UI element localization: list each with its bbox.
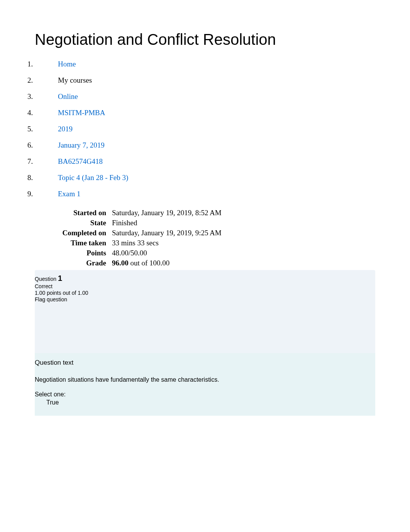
breadcrumb-item: Topic 4 (Jan 28 - Feb 3) [35, 173, 387, 182]
breadcrumb-text-mycourses: My courses [58, 76, 92, 84]
question-prompt: Negotiation situations have fundamentall… [35, 376, 375, 383]
breadcrumb-link-program[interactable]: MSITM-PMBA [58, 109, 105, 117]
breadcrumb-item: 2019 [35, 125, 387, 133]
breadcrumb-link-year[interactable]: 2019 [58, 125, 73, 133]
page-title: Negotiation and Conflict Resolution [35, 31, 387, 48]
breadcrumb-item: Online [35, 92, 387, 101]
summary-row: Points 48.00/50.00 [35, 248, 222, 258]
breadcrumb-link-exam[interactable]: Exam 1 [58, 190, 81, 198]
question-content-panel: Question text Negotiation situations hav… [35, 353, 375, 416]
started-on-label: Started on [35, 208, 112, 218]
question-number: Question 1 [35, 274, 375, 283]
breadcrumb-item: BA62574G418 [35, 157, 387, 166]
summary-row: Grade 96.00 out of 100.00 [35, 258, 222, 268]
question-info-panel: Question 1 Correct 1.00 points out of 1.… [35, 270, 375, 353]
select-one-label: Select one: [35, 391, 375, 398]
grade-value: 96.00 out of 100.00 [112, 258, 222, 268]
grade-label: Grade [35, 258, 112, 268]
breadcrumb-link-home[interactable]: Home [58, 60, 76, 68]
points-label: Points [35, 248, 112, 258]
summary-row: State Finished [35, 218, 222, 228]
attempt-summary: Started on Saturday, January 19, 2019, 8… [35, 208, 222, 268]
grade-outof: out of 100.00 [129, 259, 170, 267]
started-on-value: Saturday, January 19, 2019, 8:52 AM [112, 208, 222, 218]
grade-score: 96.00 [112, 259, 129, 267]
completed-on-label: Completed on [35, 228, 112, 238]
time-taken-label: Time taken [35, 238, 112, 248]
state-label: State [35, 218, 112, 228]
question-text-heading: Question text [35, 359, 375, 367]
breadcrumb-link-online[interactable]: Online [58, 92, 78, 100]
points-value: 48.00/50.00 [112, 248, 222, 258]
summary-row: Started on Saturday, January 19, 2019, 8… [35, 208, 222, 218]
breadcrumb-link-date[interactable]: January 7, 2019 [58, 141, 105, 149]
question-status: Correct [35, 283, 375, 290]
spacer [35, 303, 375, 353]
breadcrumb-link-course[interactable]: BA62574G418 [58, 157, 103, 165]
breadcrumb-item: January 7, 2019 [35, 141, 387, 150]
answer-option-true[interactable]: True [35, 399, 375, 406]
breadcrumb-item: MSITM-PMBA [35, 109, 387, 117]
breadcrumb-item: Home [35, 60, 387, 68]
flag-question-link[interactable]: Flag question [35, 296, 375, 303]
breadcrumb-item: My courses [35, 76, 387, 85]
breadcrumb: Home My courses Online MSITM-PMBA 2019 J… [35, 60, 387, 198]
time-taken-value: 33 mins 33 secs [112, 238, 222, 248]
breadcrumb-item: Exam 1 [35, 190, 387, 198]
question-points: 1.00 points out of 1.00 [35, 290, 375, 296]
completed-on-value: Saturday, January 19, 2019, 9:25 AM [112, 228, 222, 238]
state-value: Finished [112, 218, 222, 228]
summary-row: Completed on Saturday, January 19, 2019,… [35, 228, 222, 238]
summary-row: Time taken 33 mins 33 secs [35, 238, 222, 248]
question-number-value: 1 [58, 274, 62, 282]
breadcrumb-link-topic[interactable]: Topic 4 (Jan 28 - Feb 3) [58, 173, 128, 182]
